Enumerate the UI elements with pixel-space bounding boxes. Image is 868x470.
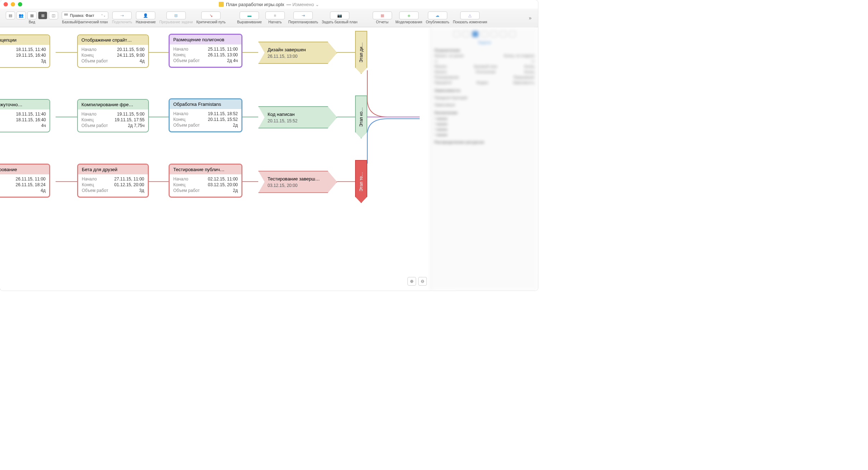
task-card-framistans[interactable]: Обработка Framistans Начало19.11.15, 18:… bbox=[169, 98, 242, 132]
publish-label: Опубликовать bbox=[426, 20, 449, 24]
critical-label: Критический путь bbox=[197, 20, 226, 24]
changes-button[interactable]: △ bbox=[460, 11, 480, 19]
phase-design[interactable]: Этап ди… bbox=[355, 31, 367, 74]
zoom-in-button[interactable]: ⊕ bbox=[407, 277, 416, 286]
zoom-controls: ⊕ ⊖ bbox=[407, 277, 427, 286]
connect-button[interactable]: ⇢ bbox=[112, 11, 132, 19]
task-card-beta[interactable]: Бета для друзей Начало27.11.15, 11:00 Ко… bbox=[77, 164, 149, 198]
critical-button[interactable]: ↘ bbox=[201, 11, 221, 19]
task-card-middleware[interactable]: р промежуточно… о18.11.15, 11:40 ц18.11.… bbox=[0, 99, 50, 132]
task-title: Отображение спрайт… bbox=[78, 35, 148, 45]
milestone-code[interactable]: Код написан 20.11.15, 15:52 bbox=[258, 106, 337, 128]
reschedule-group: ⇥ Перепланировать bbox=[287, 11, 320, 24]
baseline-label: Базовый/фактический план bbox=[62, 20, 108, 24]
reschedule-button[interactable]: ⇥ bbox=[293, 11, 313, 19]
phase-test[interactable]: Этап те… bbox=[355, 160, 367, 203]
zoom-out-button[interactable]: ⊖ bbox=[418, 277, 427, 286]
milestone-design[interactable]: Дизайн завершен 26.11.15, 13:00 bbox=[258, 42, 337, 64]
edit-mode-dropdown[interactable]: Правка: Факт bbox=[62, 11, 108, 19]
edit-dropdown-group: Правка: Факт Базовый/фактический план bbox=[60, 11, 110, 24]
close-button[interactable] bbox=[4, 2, 8, 6]
task-title: Обработка Framistans bbox=[170, 99, 241, 109]
leveling-group: ▬ Выравнивание bbox=[236, 11, 263, 24]
zoom-button[interactable] bbox=[18, 2, 22, 6]
connect-group: ⇢ Подключить bbox=[110, 11, 134, 24]
leveling-button[interactable]: ▬ bbox=[240, 11, 259, 19]
task-card-public[interactable]: Тестирование публич… Начало02.12.15, 11:… bbox=[169, 164, 242, 198]
task-card-sprite[interactable]: Отображение спрайт… Начало20.11.15, 5:00… bbox=[77, 34, 149, 68]
task-card-polygon[interactable]: Размещение полигонов Начало25.11.15, 11:… bbox=[169, 34, 242, 68]
simulations-group: ◈ Моделирования bbox=[394, 11, 424, 24]
assign-button[interactable]: 👤 bbox=[136, 11, 155, 19]
view-label: Вид bbox=[29, 20, 35, 24]
publish-button[interactable]: ☁ bbox=[428, 11, 447, 19]
toolbar: ▤ 👥 ▦ ⊞ ◫ Вид Правка: Факт Базовый/факти… bbox=[0, 9, 538, 27]
milestone-test[interactable]: Тестирование заверш… 03.12.15, 20:00 bbox=[258, 171, 337, 193]
task-title: Бета для друзей bbox=[78, 165, 148, 174]
title-text: План разработки игры.oplx bbox=[226, 2, 284, 7]
task-title: а-тестирование bbox=[0, 165, 49, 174]
phase-code[interactable]: Этап ко… bbox=[355, 95, 367, 138]
reschedule-label: Перепланировать bbox=[288, 20, 318, 24]
setbaseline-button[interactable]: 📷 bbox=[330, 11, 349, 19]
view-network-icon[interactable]: ⊞ bbox=[38, 11, 47, 19]
window-controls bbox=[4, 2, 22, 6]
setbaseline-label: Задать базовый план bbox=[322, 20, 358, 24]
toolbar-overflow[interactable]: » bbox=[527, 15, 534, 21]
changes-group: △ Показать изменения bbox=[452, 11, 489, 24]
simulations-label: Моделирования bbox=[396, 20, 423, 24]
view-split-icon[interactable]: ◫ bbox=[49, 11, 58, 19]
view-group: ▤ 👥 ▦ ⊞ ◫ Вид bbox=[4, 11, 60, 24]
network-diagram-canvas[interactable]: оски концепции о18.11.15, 11:40 ц19.11.1… bbox=[0, 27, 430, 291]
critical-group: ↘ Критический путь bbox=[195, 11, 227, 24]
titlebar: План разработки игры.oplx — Изменено ⌄ bbox=[0, 0, 538, 9]
task-title: Размещение полигонов bbox=[170, 35, 241, 44]
simulations-button[interactable]: ◈ bbox=[399, 11, 419, 19]
view-resources-icon[interactable]: 👥 bbox=[16, 11, 26, 19]
task-title: Тестирование публич… bbox=[170, 165, 241, 174]
split-button[interactable]: ⊟ bbox=[166, 11, 186, 19]
assign-group: 👤 Назначение bbox=[135, 11, 157, 24]
task-title: р промежуточно… bbox=[0, 100, 49, 109]
minimize-button[interactable] bbox=[11, 2, 15, 6]
split-group: ⊟ Прерывание задачи bbox=[158, 11, 194, 24]
window-title: План разработки игры.oplx — Изменено ⌄ bbox=[219, 2, 319, 7]
publish-group: ☁ Опубликовать bbox=[424, 11, 450, 24]
task-card-compile[interactable]: Компилирование фре… Начало19.11.15, 5:00… bbox=[77, 99, 149, 132]
setbaseline-group: 📷 Задать базовый план bbox=[320, 11, 359, 24]
inspector-panel: Задача Ограничения Начало: не ранееКонец… bbox=[430, 27, 538, 291]
list-icon bbox=[64, 14, 68, 17]
leveling-label: Выравнивание bbox=[237, 20, 262, 24]
connect-label: Подключить bbox=[112, 20, 132, 24]
view-calendar-icon[interactable]: ▦ bbox=[27, 11, 37, 19]
task-card-concept[interactable]: оски концепции о18.11.15, 11:40 ц19.11.1… bbox=[0, 34, 50, 68]
document-icon bbox=[219, 2, 224, 7]
catchup-button[interactable]: ≡ bbox=[265, 11, 285, 19]
reports-button[interactable]: ▦ bbox=[373, 11, 392, 19]
catchup-group: ≡ Нагнать bbox=[264, 11, 286, 24]
task-title: Компилирование фре… bbox=[78, 100, 148, 109]
inspector-tabs[interactable] bbox=[434, 31, 534, 37]
modified-indicator: — Изменено ⌄ bbox=[287, 2, 320, 7]
view-gantt-icon[interactable]: ▤ bbox=[6, 11, 15, 19]
task-card-alpha[interactable]: а-тестирование о26.11.15, 11:00 ц26.11.1… bbox=[0, 164, 50, 198]
reports-group: ▦ Отчеты bbox=[371, 11, 393, 24]
changes-label: Показать изменения bbox=[453, 20, 487, 24]
assign-label: Назначение bbox=[136, 20, 156, 24]
reports-label: Отчеты bbox=[376, 20, 388, 24]
catchup-label: Нагнать bbox=[268, 20, 282, 24]
split-label: Прерывание задачи bbox=[159, 20, 193, 24]
task-title: оски концепции bbox=[0, 35, 49, 45]
